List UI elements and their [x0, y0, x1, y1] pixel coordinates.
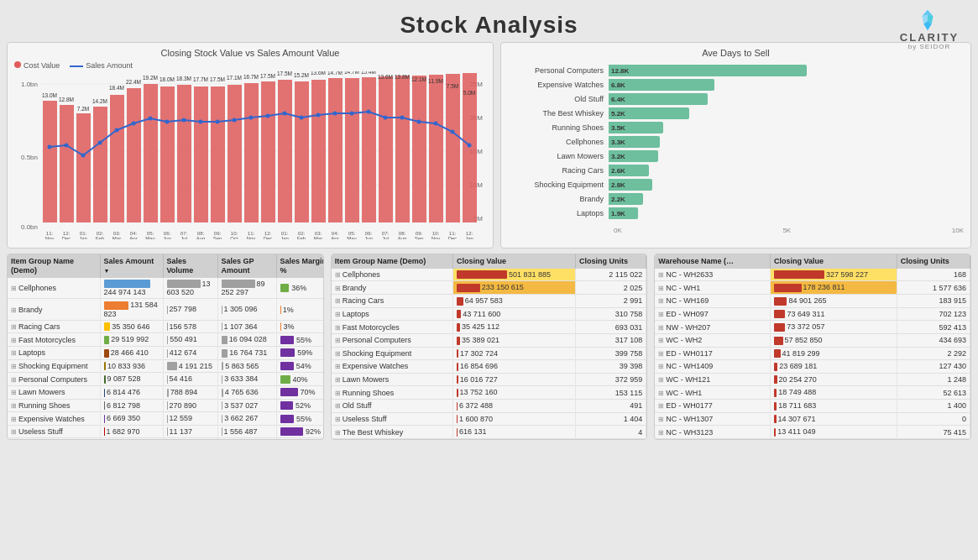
table1-cell-name: ⊞Personal Computers: [8, 373, 100, 386]
expand-icon[interactable]: ⊞: [658, 350, 664, 358]
table-row: ⊞Expensive Watches 6 669 350 12 559 3 66…: [8, 412, 323, 426]
table1: Item Group Name(Demo) Sales Amount Sales…: [8, 254, 323, 439]
margin-bar: [280, 375, 290, 384]
table1-cell-sales-amount: 1 682 970: [100, 425, 163, 438]
table1-cell-sales-gp: 1 652 995: [217, 438, 276, 439]
expand-icon[interactable]: ⊞: [658, 297, 664, 305]
expand-icon[interactable]: ⊞: [658, 416, 664, 423]
svg-text:5.0M: 5.0M: [463, 90, 475, 96]
expand-icon[interactable]: ⊞: [11, 349, 17, 357]
expand-icon[interactable]: ⊞: [11, 428, 17, 436]
svg-text:Jul: Jul: [382, 236, 389, 239]
svg-point-73: [115, 128, 119, 133]
closing-val-bar: [774, 310, 785, 318]
margin-bar: [280, 388, 298, 396]
expand-icon[interactable]: ⊞: [335, 402, 341, 410]
expand-icon[interactable]: ⊞: [658, 402, 664, 410]
expand-icon[interactable]: ⊞: [335, 337, 341, 344]
table1-cell-name: ⊞The Best Whiskey: [8, 438, 100, 439]
gp-bar: [222, 362, 224, 370]
svg-text:0.0bn: 0.0bn: [21, 223, 38, 231]
table1-cell-sales-volume: 257 798: [163, 299, 217, 321]
table1-col-sales-amount[interactable]: Sales Amount: [100, 254, 163, 278]
table2-cell-closing-units: 491: [575, 400, 646, 413]
table2-cell-closing-units: 153 115: [575, 386, 646, 400]
table1-col-margin[interactable]: Sales Margin %: [276, 254, 323, 278]
ave-label: Laptops: [508, 209, 609, 217]
expand-icon[interactable]: ⊞: [11, 323, 17, 331]
expand-icon[interactable]: ⊞: [658, 271, 664, 279]
expand-icon[interactable]: ⊞: [658, 376, 664, 384]
expand-icon[interactable]: ⊞: [335, 363, 341, 370]
table1-scroll[interactable]: Item Group Name(Demo) Sales Amount Sales…: [8, 254, 323, 439]
sales-bar: [104, 349, 109, 358]
table3-cell-name: ⊞NC - WH1: [655, 281, 770, 295]
closing-val-bar: [774, 415, 777, 423]
table3-col-closing-units[interactable]: Closing Units: [897, 254, 970, 269]
expand-icon[interactable]: ⊞: [658, 390, 664, 397]
expand-icon[interactable]: ⊞: [335, 285, 341, 292]
expand-icon[interactable]: ⊞: [11, 416, 17, 423]
svg-text:0.5bn: 0.5bn: [21, 154, 38, 161]
expand-icon[interactable]: ⊞: [658, 311, 664, 318]
expand-icon[interactable]: ⊞: [658, 429, 664, 437]
expand-icon[interactable]: ⊞: [11, 389, 17, 396]
ave-label: The Best Whiskey: [508, 109, 609, 118]
table2-cell-closing-units: 1 404: [575, 412, 646, 426]
sales-bar: [104, 322, 111, 331]
expand-icon[interactable]: ⊞: [11, 363, 17, 370]
page-wrapper: Stock Analysis CLARITY by SEIDOR Closing…: [0, 0, 978, 560]
table1-cell-name: ⊞Useless Stuff: [8, 425, 100, 438]
table-row: ⊞Personal Computers 9 087 528 54 416 3 6…: [8, 373, 323, 386]
margin-value: 55%: [296, 336, 311, 344]
table2-cell-closing-units: 39 398: [575, 360, 646, 374]
table2-header-row: Item Group Name (Demo) Closing Value Clo…: [332, 254, 646, 269]
margin-value: 3%: [283, 322, 294, 331]
svg-text:7.2M: 7.2M: [77, 106, 89, 112]
ave-bar: 6.8K: [609, 79, 714, 91]
table1-col-sales-gp[interactable]: Sales GP Amount: [217, 254, 276, 278]
table2-col-closing-units[interactable]: Closing Units: [575, 254, 646, 269]
margin-bar-cell: 70%: [280, 388, 323, 396]
table3-scroll[interactable]: Warehouse Name (… Closing Value Closing …: [655, 254, 970, 439]
expand-icon[interactable]: ⊞: [335, 390, 341, 397]
table1-cell-sales-amount: 35 350 646: [100, 320, 163, 333]
svg-text:Jan: Jan: [79, 236, 87, 239]
expand-icon[interactable]: ⊞: [658, 337, 664, 344]
table3-col-closing-value[interactable]: Closing Value: [770, 254, 897, 269]
table1-col-sales-volume[interactable]: Sales Volume: [163, 254, 217, 278]
expand-icon[interactable]: ⊞: [335, 297, 341, 305]
expand-icon[interactable]: ⊞: [658, 285, 664, 292]
expand-icon[interactable]: ⊞: [335, 376, 341, 384]
table1-col-name[interactable]: Item Group Name(Demo): [8, 254, 100, 278]
expand-icon[interactable]: ⊞: [335, 271, 341, 279]
expand-icon[interactable]: ⊞: [335, 350, 341, 358]
table1-cell-margin: 1%: [276, 299, 323, 321]
table2-col-name[interactable]: Item Group Name (Demo): [332, 254, 453, 269]
ave-bar: 2.6K: [609, 165, 649, 176]
expand-icon[interactable]: ⊞: [335, 416, 341, 423]
svg-point-80: [233, 118, 237, 123]
table-row: ⊞Laptops 28 466 410 412 674 16 764 731 5…: [8, 347, 323, 360]
svg-rect-23: [144, 84, 158, 222]
expand-icon[interactable]: ⊞: [11, 337, 17, 344]
svg-point-84: [300, 116, 304, 120]
expand-icon[interactable]: ⊞: [11, 402, 17, 410]
table2-scroll[interactable]: Item Group Name (Demo) Closing Value Clo…: [332, 254, 647, 439]
ave-label: Personal Computers: [508, 66, 609, 75]
expand-icon[interactable]: ⊞: [335, 429, 341, 437]
expand-icon[interactable]: ⊞: [658, 363, 664, 370]
expand-icon[interactable]: ⊞: [335, 324, 341, 332]
expand-icon[interactable]: ⊞: [658, 324, 664, 332]
expand-icon[interactable]: ⊞: [11, 376, 17, 384]
expand-icon[interactable]: ⊞: [11, 285, 17, 292]
table3-col-name[interactable]: Warehouse Name (…: [655, 254, 770, 269]
table1-cell-sales-volume: 156 578: [163, 320, 217, 333]
table1-cell-sales-volume: 16 731: [163, 438, 217, 439]
volume-bar: [167, 375, 168, 384]
table2-col-closing-value[interactable]: Closing Value: [452, 254, 575, 269]
table-row: ⊞Running Shoes 6 812 798 270 890 3 537 0…: [8, 399, 323, 412]
expand-icon[interactable]: ⊞: [335, 311, 341, 318]
expand-icon[interactable]: ⊞: [11, 306, 17, 314]
svg-rect-19: [76, 113, 91, 222]
